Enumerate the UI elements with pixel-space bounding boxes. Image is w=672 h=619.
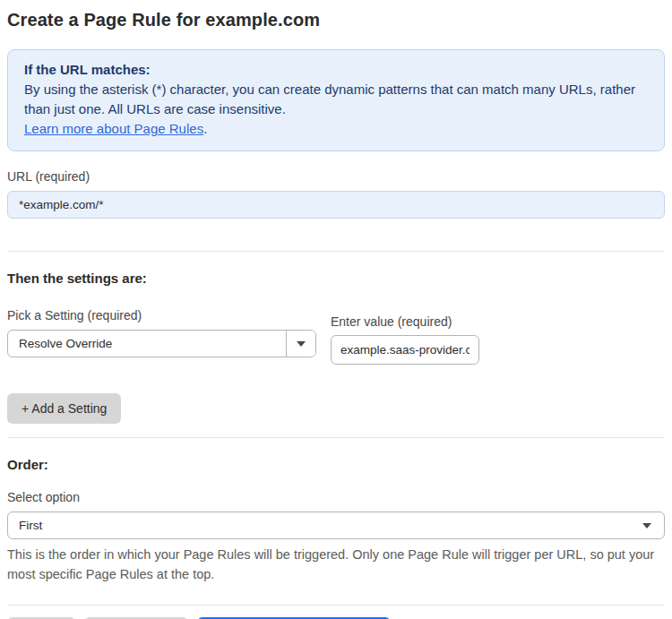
- setting-picker-column: Pick a Setting (required) Resolve Overri…: [7, 308, 316, 357]
- add-setting-button[interactable]: + Add a Setting: [7, 393, 121, 424]
- settings-row: Pick a Setting (required) Resolve Overri…: [7, 308, 665, 365]
- link-period: .: [203, 121, 207, 136]
- setting-picker-label: Pick a Setting (required): [7, 308, 316, 322]
- caret-down-icon: [297, 341, 306, 347]
- setting-value-label: Enter value (required): [331, 314, 479, 329]
- url-match-info-box: If the URL matches: By using the asteris…: [7, 49, 665, 151]
- setting-value-input[interactable]: [331, 335, 479, 365]
- info-box-link-line: Learn more about Page Rules.: [24, 119, 648, 139]
- setting-select-value: Resolve Override: [8, 337, 286, 350]
- settings-section-heading: Then the settings are:: [7, 271, 665, 286]
- page-title: Create a Page Rule for example.com: [7, 10, 665, 30]
- info-box-body: By using the asterisk (*) character, you…: [24, 80, 648, 119]
- footer-divider: [7, 605, 665, 606]
- section-divider: [7, 251, 665, 252]
- order-select-label: Select option: [7, 490, 665, 504]
- info-box-heading: If the URL matches:: [24, 60, 648, 80]
- order-help-text: This is the order in which your Page Rul…: [7, 545, 665, 584]
- order-select-value: First: [8, 519, 642, 532]
- section-divider: [7, 437, 665, 438]
- caret-down-icon: [642, 523, 651, 529]
- order-select[interactable]: First: [7, 512, 665, 539]
- setting-select-arrow-button[interactable]: [286, 331, 315, 357]
- create-page-rule-form: Create a Page Rule for example.com If th…: [0, 0, 672, 619]
- order-section-heading: Order:: [7, 457, 665, 472]
- setting-select[interactable]: Resolve Override: [7, 330, 316, 357]
- url-field-label: URL (required): [7, 169, 665, 184]
- learn-more-link[interactable]: Learn more about Page Rules: [24, 121, 203, 136]
- url-input[interactable]: [7, 191, 665, 219]
- setting-value-column: Enter value (required): [331, 314, 479, 365]
